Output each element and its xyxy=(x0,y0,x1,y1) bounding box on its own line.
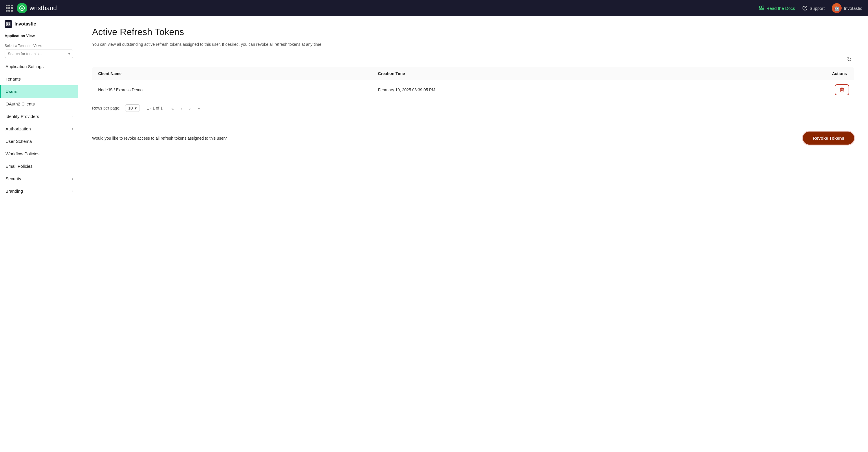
sidebar: Invotastic Application View Select a Ten… xyxy=(0,16,78,452)
chevron-right-icon: › xyxy=(72,176,73,181)
sidebar-item-label: OAuth2 Clients xyxy=(5,102,35,106)
logo-icon xyxy=(17,3,27,13)
avatar: 🤖 xyxy=(832,3,842,13)
chevron-right-icon: › xyxy=(72,189,73,193)
chevron-right-icon: › xyxy=(72,114,73,118)
sidebar-item-label: Identity Providers xyxy=(5,114,39,119)
support-link[interactable]: Support xyxy=(802,5,825,11)
sidebar-item-label: Workflow Policies xyxy=(5,151,39,156)
chevron-down-icon: ▾ xyxy=(68,52,70,56)
svg-rect-9 xyxy=(7,24,8,26)
sidebar-item-application-settings[interactable]: Application Settings xyxy=(0,60,78,73)
first-page-button[interactable]: « xyxy=(170,105,176,112)
token-table: Client Name Creation Time Actions NodeJS… xyxy=(92,67,854,100)
sidebar-item-identity-providers[interactable]: Identity Providers › xyxy=(0,110,78,122)
grid-menu-icon[interactable] xyxy=(6,5,12,11)
sidebar-item-label: Tenants xyxy=(5,77,21,81)
tenant-search[interactable]: ▾ xyxy=(5,50,73,58)
read-docs-link[interactable]: Read the Docs xyxy=(759,5,795,11)
svg-rect-7 xyxy=(7,22,8,24)
sidebar-item-label: Users xyxy=(5,89,18,94)
rows-per-page-value: 10 xyxy=(128,106,133,110)
chevron-down-icon: ▾ xyxy=(135,106,137,110)
main-content: Active Refresh Tokens You can view all o… xyxy=(78,16,868,452)
rows-per-page-label: Rows per page: xyxy=(92,106,120,110)
pagination-row: Rows per page: 10 ▾ 1 - 1 of 1 « ‹ › » xyxy=(92,100,854,116)
page-title: Active Refresh Tokens xyxy=(92,27,854,37)
sidebar-item-label: Branding xyxy=(5,189,23,194)
app-title: wristband xyxy=(30,4,57,12)
sidebar-item-workflow-policies[interactable]: Workflow Policies xyxy=(0,147,78,160)
sidebar-item-label: User Schema xyxy=(5,139,32,144)
sidebar-item-users[interactable]: Users xyxy=(0,85,78,97)
tenant-select-label: Select a Tenant to View: xyxy=(5,44,73,48)
next-page-button[interactable]: › xyxy=(187,105,192,112)
refresh-button[interactable]: ↻ xyxy=(844,55,854,64)
cell-creation-time: February 19, 2025 03:39:05 PM xyxy=(372,80,715,100)
svg-point-6 xyxy=(805,9,805,9)
user-menu[interactable]: 🤖 Invotastic xyxy=(832,3,862,13)
sidebar-item-authorization[interactable]: Authorization › xyxy=(0,122,78,135)
last-page-button[interactable]: » xyxy=(196,105,202,112)
table-row: NodeJS / Express Demo February 19, 2025 … xyxy=(92,80,854,100)
svg-rect-10 xyxy=(9,24,10,26)
user-name: Invotastic xyxy=(844,6,862,11)
svg-rect-1 xyxy=(760,6,762,8)
delete-token-button[interactable] xyxy=(835,84,849,95)
sidebar-app-icon xyxy=(5,20,12,28)
prev-page-button[interactable]: ‹ xyxy=(179,105,184,112)
read-docs-label: Read the Docs xyxy=(766,6,795,11)
sidebar-item-label: Application Settings xyxy=(5,64,44,69)
col-actions: Actions xyxy=(715,67,854,80)
sidebar-tenant-section: Select a Tenant to View: ▾ xyxy=(0,39,78,60)
rows-per-page-select[interactable]: 10 ▾ xyxy=(125,104,140,112)
support-label: Support xyxy=(809,6,825,11)
tenant-search-input[interactable] xyxy=(8,52,67,56)
svg-rect-8 xyxy=(9,22,10,24)
chevron-right-icon: › xyxy=(72,126,73,131)
cell-client-name: NodeJS / Express Demo xyxy=(92,80,372,100)
sidebar-section-title: Application View xyxy=(0,29,78,39)
revoke-tokens-button[interactable]: Revoke Tokens xyxy=(803,132,854,145)
sidebar-item-tenants[interactable]: Tenants xyxy=(0,73,78,85)
refresh-row: ↻ xyxy=(92,55,854,64)
col-client-name: Client Name xyxy=(92,67,372,80)
pagination-info: 1 - 1 of 1 xyxy=(147,106,163,110)
col-creation-time: Creation Time xyxy=(372,67,715,80)
logo[interactable]: wristband xyxy=(17,3,57,13)
sidebar-item-oauth2-clients[interactable]: OAuth2 Clients xyxy=(0,97,78,110)
svg-rect-2 xyxy=(762,6,764,8)
sidebar-item-user-schema[interactable]: User Schema xyxy=(0,135,78,147)
sidebar-app-label: Invotastic xyxy=(0,16,78,29)
top-navigation: wristband Read the Docs Support 🤖 Invota… xyxy=(0,0,868,16)
cell-actions xyxy=(715,80,854,100)
sidebar-nav: Application Settings Tenants Users OAuth… xyxy=(0,60,78,452)
sidebar-item-label: Authorization xyxy=(5,126,31,131)
sidebar-item-branding[interactable]: Branding › xyxy=(0,185,78,197)
page-description: You can view all outstanding active refr… xyxy=(92,42,353,47)
revoke-question: Would you like to revoke access to all r… xyxy=(92,136,227,141)
sidebar-item-label: Email Policies xyxy=(5,164,32,169)
sidebar-item-label: Security xyxy=(5,176,21,181)
sidebar-item-email-policies[interactable]: Email Policies xyxy=(0,160,78,172)
revoke-section: Would you like to revoke access to all r… xyxy=(92,126,854,145)
sidebar-app-name: Invotastic xyxy=(14,22,36,27)
sidebar-item-security[interactable]: Security › xyxy=(0,172,78,185)
